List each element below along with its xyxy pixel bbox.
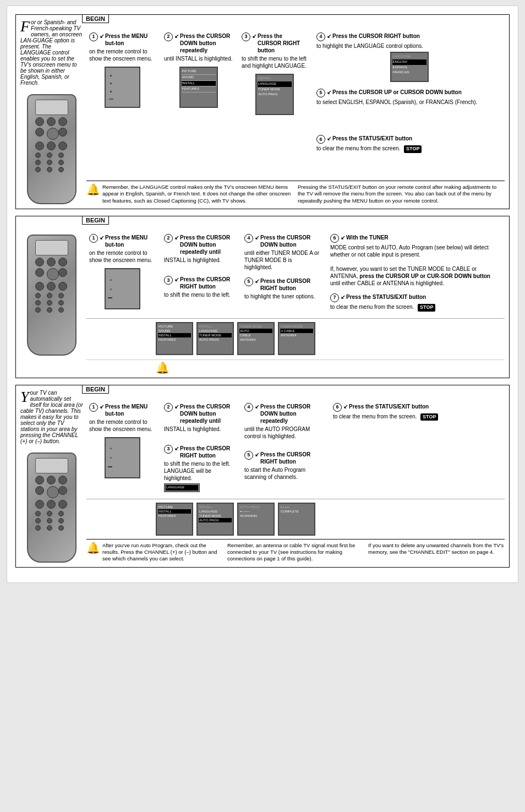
note-left-1: 🔔 Remember, the LANGUAGE control makes o… <box>86 184 293 204</box>
dot <box>110 457 112 459</box>
step-text-1-2: until INSTALL is highlighted. <box>164 56 233 62</box>
step-2-4: 4 ↙ Press the CURSOR DOWN button until e… <box>242 232 324 273</box>
remote-btn <box>47 293 52 298</box>
s2-menu-item: SOUND <box>158 329 191 333</box>
step-1-5: 5 ↙ Press the CURSOR UP or CURSOR DOWN b… <box>314 86 505 130</box>
cursor-arrow-3-2: ↙ <box>174 403 179 410</box>
note-mid-3: Remember, an antenna or cable TV signal … <box>227 542 364 563</box>
step-bold-2-4: Press the CURSOR DOWN button <box>260 234 321 248</box>
remote-illustration-1 <box>27 94 76 204</box>
note-inner-3: 🔔 After you've run Auto Program, check o… <box>86 542 505 563</box>
cursor-arrow-3-4: ↙ <box>255 403 259 410</box>
step-num-2-4: 4 <box>244 234 253 243</box>
remote-container-1 <box>20 91 83 204</box>
step-3-2: 2 ↙ Press the CURSOR DOWN button repeate… <box>161 401 238 440</box>
screen-3-1 <box>105 437 140 478</box>
arrow-indicator <box>504 31 506 34</box>
screen-2-1 <box>105 268 140 309</box>
note-text-1: Remember, the LANGUAGE control makes onl… <box>102 184 293 204</box>
s2-menu-item3: ANTENNA <box>239 337 272 342</box>
remote-btn <box>35 300 41 306</box>
remote-numpad-3 <box>28 511 75 531</box>
s2-menu-item: FEATURES <box>158 337 191 342</box>
remote-btn <box>58 141 67 150</box>
note-right-1: Pressing the STATUS/EXIT button on your … <box>298 184 505 204</box>
screen-lang-hl: LANGUAGE <box>166 485 198 491</box>
step-num-1-6: 6 <box>316 135 325 144</box>
step-bold-1-1: Press the MENU but-ton <box>105 32 155 47</box>
screen-s2-step5: TUNER MODE AUTO CABLE ANTENNA <box>237 322 275 355</box>
step-bold-2-5: Press the CURSOR RIGHT button <box>260 277 321 292</box>
s2-sub3-title: TUNER MODE <box>280 324 313 329</box>
remote-btn <box>47 307 52 313</box>
remote-btn <box>58 160 64 165</box>
step-num-3-4: 4 <box>244 403 253 412</box>
s3-menu-item: LANGUAGE <box>199 509 232 514</box>
remote-btn <box>35 518 41 524</box>
remote-illustration-2 <box>27 235 76 356</box>
spacer-3 <box>86 503 152 536</box>
s2-menu-item4: ANTENNA <box>280 333 313 337</box>
step-bold-2-3: Press the CURSOR RIGHT button <box>180 276 236 290</box>
remote-btn <box>47 518 52 524</box>
step-1-1: 1 ↙ Press the MENU but-ton on the remote… <box>86 30 158 177</box>
step-title-2-1: 1 ↙ Press the MENU but-ton <box>89 234 155 248</box>
remote-buttons-2 <box>28 258 75 291</box>
remote-btn <box>47 160 52 165</box>
step-text-2-1: on the remote control to show the onscre… <box>89 250 152 263</box>
step-1-6: 6 ↙ Press the STATUS/EXIT button to clea… <box>314 133 505 177</box>
s3-menu-item: PICTURE <box>158 505 191 509</box>
remote-btn <box>47 300 52 306</box>
screen-1-4: LANGUAGE ENGLISH ESPANOL FRANCAIS <box>390 52 429 82</box>
screen-highlight-lang: LANGUAGE <box>164 483 200 492</box>
remote-btn <box>47 511 52 516</box>
page: BEGIN For or Spanish- and French-speakin… <box>7 6 518 583</box>
screen-content-2-1 <box>107 270 138 307</box>
screen-mockup-area-1 <box>89 67 155 108</box>
right-steps-1: 4 ↙ Press the CURSOR RIGHT button to hig… <box>314 30 505 177</box>
menu-line: FEATURES <box>182 86 216 92</box>
remote-btn <box>35 128 44 137</box>
step-num-3-3: 3 <box>164 445 173 454</box>
screen-dots-1 <box>106 68 139 107</box>
step-text-1-1: on the remote control to show the onscre… <box>89 48 152 62</box>
s3-menu-item: TUNER MODE <box>199 514 232 518</box>
cursor-arrow-2-4: ↙ <box>255 234 259 241</box>
screen-s3-step6: • —— COMPLETE <box>278 503 315 536</box>
cursor-arrow-2-1: ↙ <box>100 234 104 241</box>
screen-area-2-1 <box>89 268 155 309</box>
step-title-3-1: 1 ↙ Press the MENU but-ton <box>89 403 155 417</box>
remote-btn <box>58 300 64 306</box>
cursor-arrow-3-1: ↙ <box>100 403 104 410</box>
step-text-1-6: to clear the menu from the screen. <box>316 145 400 151</box>
cursor-arrow-1-2: ↙ <box>174 32 179 40</box>
step-bold-2-2: Press the CURSOR DOWN button repeatedly … <box>180 234 236 255</box>
remote-screen-2 <box>35 240 68 255</box>
s3-menu-hl: AUTO PROG <box>199 518 232 522</box>
step-bold-1-6: Press the STATUS/EXIT button <box>332 135 412 142</box>
screen-menu-1-3: INSTALL LANGUAGE TUNER MODE AUTO PROG <box>255 74 294 115</box>
step-2-2: 2 ↙ Press the CURSOR DOWN button repeate… <box>161 232 238 271</box>
remote-btn <box>35 476 44 484</box>
cursor-arrow-1-4: ↙ <box>327 32 331 40</box>
steps-3-45: 4 ↙ Press the CURSOR DOWN button repeate… <box>242 401 327 494</box>
s2-menu-item: AUTO PROG <box>199 337 232 342</box>
screen-hl: ENGLISH <box>392 59 426 65</box>
step-bold-3-1: Press the MENU but-ton <box>105 403 155 417</box>
step-text-2-2: INSTALL is highlighted. <box>164 257 221 263</box>
section-1: BEGIN For or Spanish- and French-speakin… <box>15 14 510 209</box>
left-text-1: For or Spanish- and French-speaking TV o… <box>20 19 83 86</box>
screens-row-2: PICTURE SOUND INSTALL FEATURES INSTALL L… <box>86 318 505 355</box>
left-col-1: For or Spanish- and French-speaking TV o… <box>20 19 86 204</box>
step-title-2-2: 2 ↙ Press the CURSOR DOWN button repeate… <box>164 234 236 255</box>
remote-btn <box>58 167 64 172</box>
step-title-3-5: 5 ↙ Press the CURSOR RIGHT button <box>244 451 324 465</box>
remote-btn <box>58 152 64 158</box>
step-num-1-4: 4 <box>316 32 325 41</box>
menu-line: SOUND <box>182 75 216 81</box>
s3-menu-item2: FEATURES <box>158 514 191 518</box>
remote-btn <box>35 511 41 516</box>
screen-opt: ESPANOL <box>392 65 426 70</box>
steps-2-23: 2 ↙ Press the CURSOR DOWN button repeate… <box>161 232 238 314</box>
screen-label: LANGUAGE <box>392 54 426 59</box>
